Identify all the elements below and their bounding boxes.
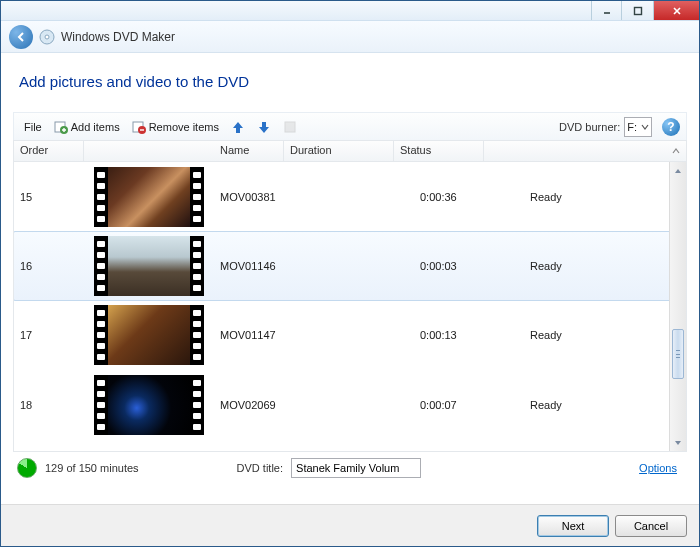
chevron-down-icon: [641, 123, 649, 131]
scroll-down-button[interactable]: [670, 434, 686, 451]
chevron-down-icon: [674, 439, 682, 447]
dvd-title-label: DVD title:: [237, 462, 283, 474]
row-duration: 0:00:03: [414, 260, 524, 272]
col-header-name[interactable]: Name: [84, 141, 284, 161]
scroll-track[interactable]: [670, 179, 686, 434]
file-menu[interactable]: File: [20, 119, 46, 135]
row-thumb: [84, 305, 214, 365]
button-footer: Next Cancel: [1, 504, 699, 546]
remove-items-button[interactable]: Remove items: [128, 118, 223, 136]
close-button[interactable]: [653, 1, 699, 20]
file-menu-label: File: [24, 121, 42, 133]
minutes-text: 129 of 150 minutes: [45, 462, 139, 474]
arrow-down-icon: [257, 120, 271, 134]
filmstrip-icon: [94, 305, 204, 365]
row-duration: 0:00:07: [414, 399, 524, 411]
chevron-up-icon: [674, 167, 682, 175]
row-order: 15: [14, 191, 84, 203]
row-status: Ready: [524, 329, 614, 341]
add-icon: [54, 120, 68, 134]
minimize-button[interactable]: [591, 1, 621, 20]
dvd-title-input[interactable]: [291, 458, 421, 478]
row-thumb: [84, 167, 214, 227]
row-order: 18: [14, 399, 84, 411]
row-status: Ready: [524, 260, 614, 272]
col-header-order[interactable]: Order: [14, 141, 84, 161]
table-row[interactable]: 15MOV003810:00:36Ready: [14, 162, 686, 232]
next-button[interactable]: Next: [537, 515, 609, 537]
burner-label: DVD burner:: [559, 121, 620, 133]
table-row[interactable]: 16MOV011460:00:03Ready: [13, 231, 687, 301]
row-name: MOV01147: [214, 329, 414, 341]
row-name: MOV00381: [214, 191, 414, 203]
back-button[interactable]: [9, 25, 33, 49]
move-down-button[interactable]: [253, 118, 275, 136]
list-body: 15MOV003810:00:36Ready16MOV011460:00:03R…: [13, 162, 687, 452]
navbar: Windows DVD Maker: [1, 21, 699, 53]
next-button-label: Next: [562, 520, 585, 532]
row-duration: 0:00:13: [414, 329, 524, 341]
toolbar: File Add items Remove items DVD burner:: [13, 112, 687, 140]
scrollbar[interactable]: [669, 162, 686, 451]
row-thumb: [84, 236, 214, 296]
table-row[interactable]: 17MOV011470:00:13Ready: [14, 300, 686, 370]
maximize-button[interactable]: [621, 1, 653, 20]
options-link[interactable]: Options: [639, 462, 677, 474]
col-header-duration[interactable]: Duration: [284, 141, 394, 161]
burner-select[interactable]: F:: [624, 117, 652, 137]
row-order: 16: [14, 260, 84, 272]
row-name: MOV02069: [214, 399, 414, 411]
disc-usage-pie-icon: [17, 458, 37, 478]
cancel-button-label: Cancel: [634, 520, 668, 532]
row-order: 17: [14, 329, 84, 341]
footer-info: 129 of 150 minutes DVD title: Options: [13, 452, 687, 484]
arrow-up-icon: [231, 120, 245, 134]
list-header: Order Name Duration Status: [13, 140, 687, 162]
disabled-tool-button: [279, 118, 301, 136]
window-frame: Windows DVD Maker Add pictures and video…: [0, 0, 700, 547]
content-area: Add pictures and video to the DVD File A…: [1, 53, 699, 504]
row-duration: 0:00:36: [414, 191, 524, 203]
row-thumb: [84, 375, 214, 435]
filmstrip-icon: [94, 236, 204, 296]
row-status: Ready: [524, 191, 614, 203]
add-items-label: Add items: [71, 121, 120, 133]
row-status: Ready: [524, 399, 614, 411]
app-title: Windows DVD Maker: [61, 30, 175, 44]
svg-rect-1: [634, 7, 641, 14]
filmstrip-icon: [94, 167, 204, 227]
disabled-icon: [283, 120, 297, 134]
col-header-status[interactable]: Status: [394, 141, 484, 161]
table-row[interactable]: 18MOV020690:00:07Ready: [14, 370, 686, 440]
cancel-button[interactable]: Cancel: [615, 515, 687, 537]
chevron-up-icon: [672, 147, 680, 155]
row-name: MOV01146: [214, 260, 414, 272]
remove-icon: [132, 120, 146, 134]
add-items-button[interactable]: Add items: [50, 118, 124, 136]
svg-rect-10: [285, 122, 295, 132]
scroll-thumb[interactable]: [672, 329, 684, 379]
burner-value: F:: [627, 121, 637, 133]
titlebar: [1, 1, 699, 21]
help-button[interactable]: ?: [662, 118, 680, 136]
svg-point-5: [45, 35, 49, 39]
move-up-button[interactable]: [227, 118, 249, 136]
filmstrip-icon: [94, 375, 204, 435]
remove-items-label: Remove items: [149, 121, 219, 133]
app-icon: [39, 29, 55, 45]
page-heading: Add pictures and video to the DVD: [13, 63, 687, 112]
scroll-up-button[interactable]: [670, 162, 686, 179]
col-header-end: [484, 141, 686, 161]
